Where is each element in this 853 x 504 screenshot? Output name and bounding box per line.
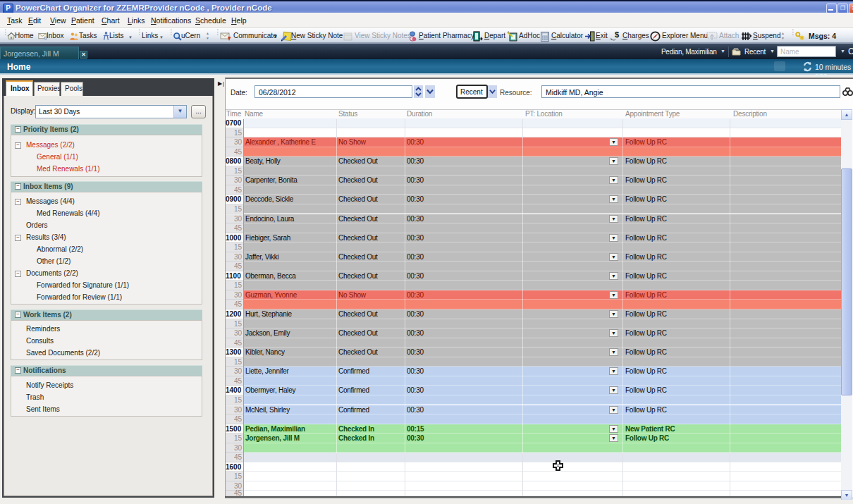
svg-text:$: $ [615, 31, 619, 39]
